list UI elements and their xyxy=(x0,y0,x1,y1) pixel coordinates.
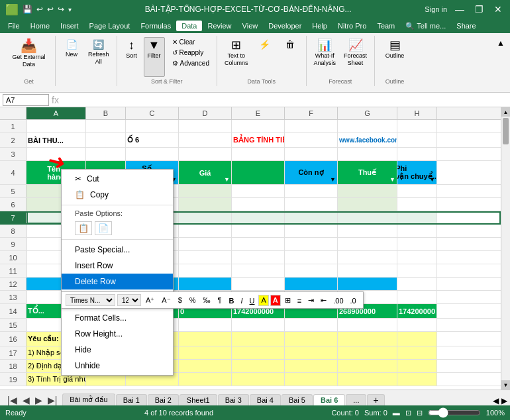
ribbon-btn-forecast-sheet[interactable]: 📈 ForecastSheet xyxy=(340,37,370,69)
cell-h10[interactable] xyxy=(397,251,437,264)
context-menu-row-height[interactable]: Row Height... xyxy=(62,326,173,342)
cell-f17[interactable] xyxy=(285,346,338,359)
cell-f10[interactable] xyxy=(285,251,338,264)
menu-insert[interactable]: Insert xyxy=(55,21,84,31)
tab-nav-first[interactable]: |◀ xyxy=(5,395,19,405)
sheet-scroll-right[interactable]: ▶ xyxy=(501,396,507,405)
ribbon-btn-remove-duplicates[interactable]: 🗑 xyxy=(278,37,302,52)
cell-e18[interactable] xyxy=(232,360,285,372)
cell-e19[interactable] xyxy=(232,373,285,386)
cell-g19[interactable] xyxy=(338,373,397,386)
row-num-6[interactable]: 6 xyxy=(0,198,26,211)
col-header-c[interactable]: C xyxy=(126,107,179,119)
cell-d17[interactable] xyxy=(179,346,232,359)
cell-d16[interactable] xyxy=(179,332,232,346)
cell-d2[interactable] xyxy=(179,133,232,147)
cell-h9[interactable] xyxy=(397,238,437,250)
cell-f2[interactable] xyxy=(285,133,338,147)
cell-f1[interactable] xyxy=(285,120,338,132)
cell-h19[interactable] xyxy=(397,373,437,386)
menu-view[interactable]: View xyxy=(237,21,264,31)
cell-h14[interactable]: 174200000 21851 xyxy=(397,304,437,318)
cell-h1[interactable] xyxy=(397,120,437,132)
row-num-1[interactable]: 1 xyxy=(0,120,26,132)
cell-f19[interactable] xyxy=(285,373,338,386)
cell-d6[interactable] xyxy=(179,198,232,211)
cell-d15[interactable] xyxy=(179,319,232,331)
cell-g12[interactable] xyxy=(338,278,397,290)
italic-btn[interactable]: I xyxy=(238,295,245,306)
cell-h17[interactable] xyxy=(397,346,437,359)
sheet-scroll-left[interactable]: ◀ xyxy=(493,396,499,405)
decrease-font-btn[interactable]: A⁻ xyxy=(159,295,173,306)
cell-a1[interactable] xyxy=(26,120,86,132)
row-num-9[interactable]: 9 xyxy=(0,238,26,250)
cell-g16[interactable] xyxy=(338,332,397,346)
cell-g4[interactable]: Thuế▼ xyxy=(338,161,397,184)
tab-nav-last[interactable]: ▶| xyxy=(46,395,60,405)
cell-g1[interactable] xyxy=(338,120,397,132)
row-num-11[interactable]: 11 xyxy=(0,264,26,277)
context-menu-hide[interactable]: Hide xyxy=(62,342,173,358)
cell-c3[interactable] xyxy=(126,148,179,160)
cell-d5[interactable] xyxy=(179,185,232,197)
paste-icon-2[interactable]: 📄 xyxy=(95,221,112,235)
scroll-up-btn[interactable]: ▲ xyxy=(501,107,510,117)
bold-btn[interactable]: B xyxy=(227,295,237,306)
ribbon-btn-refresh[interactable]: 🔄 RefreshAll xyxy=(85,37,113,68)
view-normal-btn[interactable]: ▬ xyxy=(393,409,400,417)
menu-developer[interactable]: Developer xyxy=(263,21,307,31)
cell-a3[interactable] xyxy=(26,148,86,160)
ribbon-btn-new[interactable]: 📄 New xyxy=(60,37,83,60)
cell-g15[interactable] xyxy=(338,319,397,331)
outdent-btn[interactable]: ⇤ xyxy=(318,295,329,306)
formula-input[interactable] xyxy=(62,94,507,106)
cell-h11[interactable] xyxy=(397,264,437,277)
cell-d7[interactable] xyxy=(179,211,232,224)
menu-nitro[interactable]: Nitro Pro xyxy=(332,21,372,31)
cell-f16[interactable] xyxy=(285,332,338,346)
ribbon-btn-sort[interactable]: ↕ Sort xyxy=(121,37,142,77)
font-size-select[interactable]: 12 xyxy=(117,294,141,306)
font-family-select[interactable]: Times N... xyxy=(66,294,115,306)
cell-g5[interactable] xyxy=(338,185,397,197)
cell-d10[interactable] xyxy=(179,251,232,264)
cell-h2[interactable] xyxy=(397,133,437,147)
cell-d19[interactable] xyxy=(179,373,232,386)
cell-d12[interactable] xyxy=(179,278,232,290)
cell-e12[interactable] xyxy=(232,278,285,290)
paragraph-btn[interactable]: ¶ xyxy=(215,295,225,305)
row-num-13[interactable]: 13 xyxy=(0,291,26,303)
tab-bai-6[interactable]: Bai 6 xyxy=(313,394,345,406)
highlight-btn[interactable]: A xyxy=(258,295,268,306)
vertical-scrollbar[interactable]: ▲ ▼ xyxy=(501,107,510,390)
cell-g10[interactable] xyxy=(338,251,397,264)
ribbon-btn-flash-fill[interactable]: ⚡ xyxy=(253,37,277,52)
maximize-btn[interactable]: ❐ xyxy=(472,4,486,15)
row-num-3[interactable]: 3 xyxy=(0,148,26,160)
cell-d11[interactable] xyxy=(179,264,232,277)
scroll-thumb[interactable] xyxy=(503,118,509,144)
cell-d9[interactable] xyxy=(179,238,232,250)
cell-e1[interactable] xyxy=(232,120,285,132)
cell-e15[interactable] xyxy=(232,319,285,331)
context-menu-paste-icons[interactable]: 📋 📄 xyxy=(62,219,173,237)
cell-e17[interactable] xyxy=(232,346,285,359)
menu-data[interactable]: Data xyxy=(176,21,202,31)
row-num-7[interactable]: 7 xyxy=(0,211,26,224)
cell-e3[interactable] xyxy=(232,148,285,160)
cell-f9[interactable] xyxy=(285,238,338,250)
cell-f6[interactable] xyxy=(285,198,338,211)
cell-h18[interactable] xyxy=(397,360,437,372)
col-header-h[interactable]: H xyxy=(397,107,437,119)
cell-b3[interactable] xyxy=(86,148,126,160)
cell-c1[interactable] xyxy=(126,120,179,132)
ribbon-btn-filter[interactable]: ▼ Filter xyxy=(144,37,165,77)
row-num-12[interactable]: 12 xyxy=(0,278,26,290)
row-num-8[interactable]: 8 xyxy=(0,225,26,237)
cell-f12[interactable] xyxy=(285,278,338,290)
cell-e5[interactable] xyxy=(232,185,285,197)
cell-d18[interactable] xyxy=(179,360,232,372)
cell-d3[interactable] xyxy=(179,148,232,160)
currency-btn[interactable]: $ xyxy=(176,295,185,305)
